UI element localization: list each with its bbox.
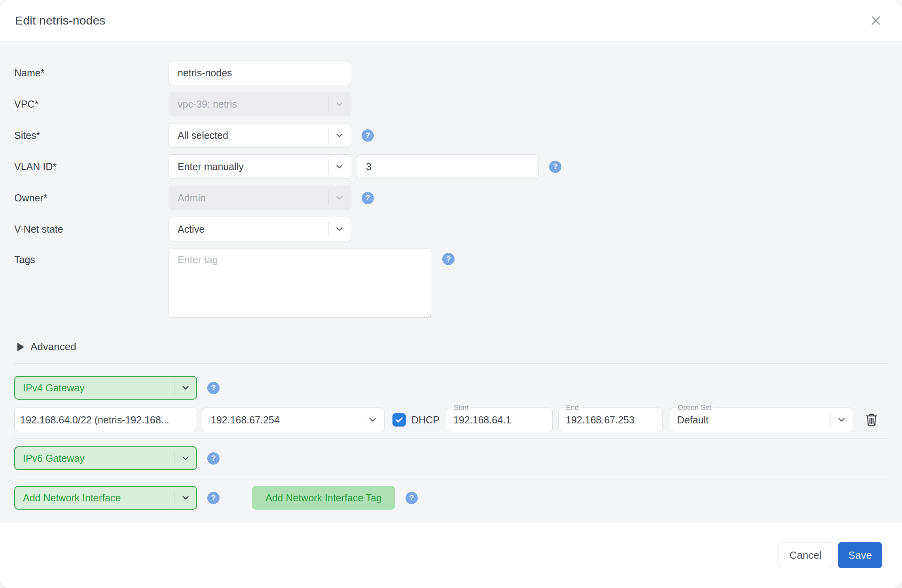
ipv4-subnet-value: 192.168.64.0/22 (netris-192.168... [20,414,169,426]
select-divider [328,159,329,174]
owner-label: Owner* [14,192,169,204]
close-button[interactable] [867,12,885,29]
tags-label: Tags [14,248,169,266]
dhcp-start-field[interactable]: Start 192.168.64.1 [446,408,553,432]
select-divider [328,128,329,143]
vnet-state-row: V-Net state Active [14,217,888,241]
checkmark-icon [394,415,404,425]
vnet-state-label: V-Net state [14,224,169,235]
advanced-toggle[interactable]: Advanced [17,341,76,353]
advanced-label: Advanced [30,341,76,353]
tags-input[interactable] [169,248,432,318]
chevron-down-icon [334,130,345,140]
close-icon [870,14,882,27]
caret-right-icon [17,343,24,351]
name-input[interactable] [169,61,351,85]
ipv4-gateway-address-select[interactable]: 192.168.67.254 [202,408,385,432]
vpc-label: VPC* [14,99,169,110]
owner-value: Admin [178,192,206,204]
dhcp-start-value: 192.168.64.1 [453,414,511,426]
option-set-label: Option Set [675,404,714,412]
chevron-down-icon [180,453,191,463]
vpc-select: vpc-39: netris [169,92,351,116]
add-interface-help-icon[interactable]: ? [207,492,220,504]
ipv4-gateway-row: IPv4 Gateway ? [14,376,888,400]
vlan-label: VLAN ID* [14,161,169,173]
owner-help-icon[interactable]: ? [362,192,374,204]
section-divider [14,363,888,364]
dhcp-label: DHCP [411,414,440,426]
name-label: Name* [14,67,169,79]
ipv4-fields-row: 192.168.64.0/22 (netris-192.168... 192.1… [14,408,888,432]
dhcp-checkbox[interactable] [392,413,406,427]
select-divider [328,190,329,205]
ipv4-gateway-address-value: 192.168.67.254 [211,414,280,426]
delete-gateway-button[interactable] [864,412,879,428]
vnet-state-value: Active [178,224,205,235]
vpc-value: vpc-39: netris [178,99,237,110]
vpc-row: VPC* vpc-39: netris [14,92,888,116]
select-divider [830,412,831,427]
add-interface-row: Add Network Interface ? Add Network Inte… [14,486,888,510]
save-button[interactable]: Save [838,542,882,568]
section-divider [14,480,888,480]
ipv4-gateway-help-icon[interactable]: ? [207,382,220,394]
ipv6-gateway-row: IPv6 Gateway ? [14,446,888,470]
dhcp-end-field[interactable]: End 192.168.67.253 [558,408,663,432]
option-set-value: Default [677,414,709,426]
select-divider [174,491,175,505]
chevron-down-icon [334,99,345,109]
vlan-help-icon[interactable]: ? [549,161,561,173]
ipv4-gateway-select-label: IPv4 Gateway [23,382,85,394]
chevron-down-icon [334,161,345,172]
select-divider [328,97,329,112]
cancel-button[interactable]: Cancel [779,542,832,568]
dialog-title: Edit netris-nodes [15,14,106,27]
add-interface-tag-help-icon[interactable]: ? [406,492,418,504]
sites-value: All selected [178,130,228,141]
ipv6-gateway-help-icon[interactable]: ? [207,452,220,465]
dhcp-start-label: Start [451,404,472,412]
sites-help-icon[interactable]: ? [362,129,374,142]
option-set-select[interactable]: Option Set Default [670,408,853,432]
dialog-body: Name* VPC* vpc-39: netris Sites* All sel… [0,42,902,522]
tags-help-icon[interactable]: ? [442,253,455,265]
chevron-down-icon [334,193,345,203]
ipv6-gateway-select[interactable]: IPv6 Gateway [14,446,197,470]
vlan-mode-select[interactable]: Enter manually [169,154,351,179]
section-divider [14,438,888,439]
ipv4-gateway-select[interactable]: IPv4 Gateway [14,376,197,400]
tags-row: Tags ? [14,248,888,318]
select-divider [362,412,362,427]
name-row: Name* [14,61,888,85]
vlan-id-input[interactable] [357,154,539,179]
vlan-row: VLAN ID* Enter manually ? [14,154,888,179]
add-network-interface-tag-button[interactable]: Add Network Interface Tag [252,486,395,510]
sites-label: Sites* [14,130,169,141]
chevron-down-icon [334,224,345,234]
ipv4-subnet-select[interactable]: 192.168.64.0/22 (netris-192.168... [14,408,197,432]
add-network-interface-label: Add Network Interface [23,492,121,504]
ipv6-gateway-select-label: IPv6 Gateway [23,453,85,464]
vlan-mode-value: Enter manually [178,161,244,173]
owner-select: Admin [169,186,351,210]
dialog-header: Edit netris-nodes [0,0,902,42]
sites-select[interactable]: All selected [169,123,351,148]
chevron-down-icon [368,415,378,425]
owner-row: Owner* Admin ? [14,186,888,210]
select-divider [174,451,175,465]
dhcp-end-label: End [563,404,582,412]
select-divider [328,222,329,237]
dialog-footer: Cancel Save [0,522,902,588]
chevron-down-icon [180,493,191,503]
dhcp-end-value: 192.168.67.253 [566,414,635,426]
select-divider [174,381,175,395]
trash-icon [864,412,879,428]
chevron-down-icon [836,415,847,425]
vnet-state-select[interactable]: Active [169,217,351,241]
add-network-interface-select[interactable]: Add Network Interface [14,486,197,510]
chevron-down-icon [180,383,191,393]
sites-row: Sites* All selected ? [14,123,888,148]
edit-vnet-dialog: Edit netris-nodes Name* VPC* vpc-39: net… [0,0,902,588]
